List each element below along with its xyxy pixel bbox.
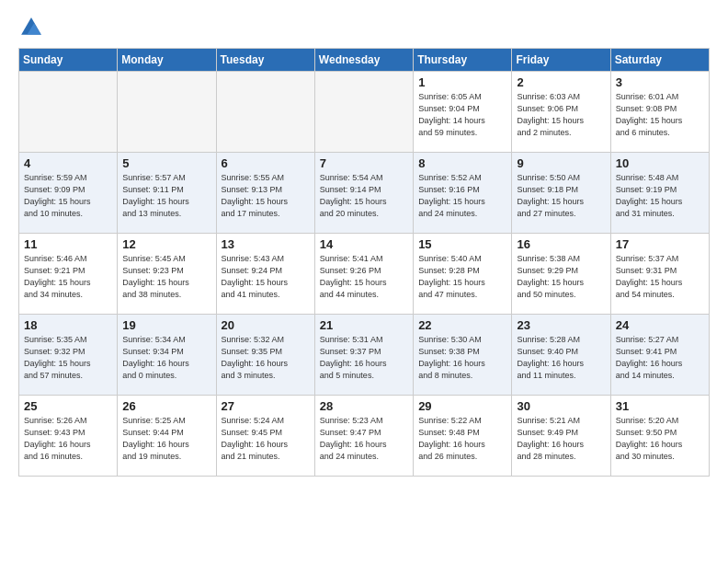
week-row-2: 4Sunrise: 5:59 AM Sunset: 9:09 PM Daylig… [19,153,710,234]
day-cell: 7Sunrise: 5:54 AM Sunset: 9:14 PM Daylig… [314,153,413,234]
day-cell: 12Sunrise: 5:45 AM Sunset: 9:23 PM Dayli… [118,234,216,315]
day-info: Sunrise: 5:24 AM Sunset: 9:45 PM Dayligh… [222,415,310,463]
day-number: 24 [616,318,704,332]
day-cell: 2Sunrise: 6:03 AM Sunset: 9:06 PM Daylig… [512,72,610,153]
day-number: 20 [222,318,310,332]
day-info: Sunrise: 5:20 AM Sunset: 9:50 PM Dayligh… [616,415,704,463]
day-number: 13 [222,237,310,251]
day-cell: 20Sunrise: 5:32 AM Sunset: 9:35 PM Dayli… [216,315,314,396]
day-cell: 24Sunrise: 5:27 AM Sunset: 9:41 PM Dayli… [610,315,709,396]
week-row-4: 18Sunrise: 5:35 AM Sunset: 9:32 PM Dayli… [19,315,710,396]
day-cell: 15Sunrise: 5:40 AM Sunset: 9:28 PM Dayli… [414,234,512,315]
day-cell: 8Sunrise: 5:52 AM Sunset: 9:16 PM Daylig… [414,153,512,234]
day-number: 9 [517,156,605,170]
day-info: Sunrise: 5:25 AM Sunset: 9:44 PM Dayligh… [122,415,210,463]
day-number: 25 [24,399,112,413]
day-info: Sunrise: 5:54 AM Sunset: 9:14 PM Dayligh… [320,172,408,220]
day-number: 29 [418,399,506,413]
day-number: 6 [222,156,310,170]
week-row-5: 25Sunrise: 5:26 AM Sunset: 9:43 PM Dayli… [19,396,710,477]
day-number: 5 [122,156,210,170]
day-number: 28 [320,399,408,413]
day-cell: 27Sunrise: 5:24 AM Sunset: 9:45 PM Dayli… [216,396,314,477]
day-info: Sunrise: 5:50 AM Sunset: 9:18 PM Dayligh… [517,172,605,220]
day-number: 18 [24,318,112,332]
day-info: Sunrise: 6:03 AM Sunset: 9:06 PM Dayligh… [517,91,605,139]
day-number: 15 [418,237,506,251]
day-cell: 17Sunrise: 5:37 AM Sunset: 9:31 PM Dayli… [610,234,709,315]
day-info: Sunrise: 5:23 AM Sunset: 9:47 PM Dayligh… [320,415,408,463]
day-number: 8 [418,156,506,170]
col-header-monday: Monday [118,49,216,72]
day-info: Sunrise: 5:35 AM Sunset: 9:32 PM Dayligh… [24,334,112,382]
day-info: Sunrise: 5:48 AM Sunset: 9:19 PM Dayligh… [616,172,704,220]
day-cell: 16Sunrise: 5:38 AM Sunset: 9:29 PM Dayli… [512,234,610,315]
day-info: Sunrise: 6:01 AM Sunset: 9:08 PM Dayligh… [616,91,704,139]
day-number: 27 [222,399,310,413]
day-cell: 19Sunrise: 5:34 AM Sunset: 9:34 PM Dayli… [118,315,216,396]
day-number: 2 [517,75,605,89]
day-number: 26 [122,399,210,413]
day-cell: 29Sunrise: 5:22 AM Sunset: 9:48 PM Dayli… [414,396,512,477]
day-info: Sunrise: 5:32 AM Sunset: 9:35 PM Dayligh… [222,334,310,382]
col-header-sunday: Sunday [19,49,118,72]
day-number: 1 [418,75,506,89]
day-cell: 1Sunrise: 6:05 AM Sunset: 9:04 PM Daylig… [414,72,512,153]
day-info: Sunrise: 5:38 AM Sunset: 9:29 PM Dayligh… [517,253,605,301]
day-number: 7 [320,156,408,170]
day-cell: 13Sunrise: 5:43 AM Sunset: 9:24 PM Dayli… [216,234,314,315]
day-cell: 18Sunrise: 5:35 AM Sunset: 9:32 PM Dayli… [19,315,118,396]
day-cell: 21Sunrise: 5:31 AM Sunset: 9:37 PM Dayli… [314,315,413,396]
day-number: 19 [122,318,210,332]
day-number: 17 [616,237,704,251]
day-number: 21 [320,318,408,332]
day-cell: 30Sunrise: 5:21 AM Sunset: 9:49 PM Dayli… [512,396,610,477]
day-number: 10 [616,156,704,170]
day-number: 4 [24,156,112,170]
day-number: 14 [320,237,408,251]
day-cell [314,72,413,153]
day-info: Sunrise: 5:28 AM Sunset: 9:40 PM Dayligh… [517,334,605,382]
header [18,15,710,40]
logo-icon [18,15,44,40]
calendar-table: SundayMondayTuesdayWednesdayThursdayFrid… [18,48,710,477]
week-row-3: 11Sunrise: 5:46 AM Sunset: 9:21 PM Dayli… [19,234,710,315]
col-header-tuesday: Tuesday [216,49,314,72]
day-number: 22 [418,318,506,332]
day-info: Sunrise: 5:26 AM Sunset: 9:43 PM Dayligh… [24,415,112,463]
day-cell: 3Sunrise: 6:01 AM Sunset: 9:08 PM Daylig… [610,72,709,153]
day-cell: 6Sunrise: 5:55 AM Sunset: 9:13 PM Daylig… [216,153,314,234]
day-info: Sunrise: 5:21 AM Sunset: 9:49 PM Dayligh… [517,415,605,463]
col-header-friday: Friday [512,49,610,72]
day-info: Sunrise: 5:43 AM Sunset: 9:24 PM Dayligh… [222,253,310,301]
day-number: 23 [517,318,605,332]
day-info: Sunrise: 5:27 AM Sunset: 9:41 PM Dayligh… [616,334,704,382]
day-info: Sunrise: 5:22 AM Sunset: 9:48 PM Dayligh… [418,415,506,463]
day-cell: 4Sunrise: 5:59 AM Sunset: 9:09 PM Daylig… [19,153,118,234]
day-cell: 10Sunrise: 5:48 AM Sunset: 9:19 PM Dayli… [610,153,709,234]
day-info: Sunrise: 5:55 AM Sunset: 9:13 PM Dayligh… [222,172,310,220]
day-number: 31 [616,399,704,413]
day-cell: 31Sunrise: 5:20 AM Sunset: 9:50 PM Dayli… [610,396,709,477]
header-row: SundayMondayTuesdayWednesdayThursdayFrid… [19,49,710,72]
day-cell: 5Sunrise: 5:57 AM Sunset: 9:11 PM Daylig… [118,153,216,234]
logo [18,15,48,40]
day-number: 3 [616,75,704,89]
day-info: Sunrise: 5:41 AM Sunset: 9:26 PM Dayligh… [320,253,408,301]
col-header-wednesday: Wednesday [314,49,413,72]
day-cell: 26Sunrise: 5:25 AM Sunset: 9:44 PM Dayli… [118,396,216,477]
day-cell: 23Sunrise: 5:28 AM Sunset: 9:40 PM Dayli… [512,315,610,396]
day-cell: 14Sunrise: 5:41 AM Sunset: 9:26 PM Dayli… [314,234,413,315]
day-info: Sunrise: 6:05 AM Sunset: 9:04 PM Dayligh… [418,91,506,139]
col-header-thursday: Thursday [414,49,512,72]
day-info: Sunrise: 5:46 AM Sunset: 9:21 PM Dayligh… [24,253,112,301]
day-number: 12 [122,237,210,251]
day-cell [118,72,216,153]
day-info: Sunrise: 5:34 AM Sunset: 9:34 PM Dayligh… [122,334,210,382]
day-info: Sunrise: 5:37 AM Sunset: 9:31 PM Dayligh… [616,253,704,301]
day-number: 16 [517,237,605,251]
day-info: Sunrise: 5:45 AM Sunset: 9:23 PM Dayligh… [122,253,210,301]
day-info: Sunrise: 5:31 AM Sunset: 9:37 PM Dayligh… [320,334,408,382]
day-info: Sunrise: 5:52 AM Sunset: 9:16 PM Dayligh… [418,172,506,220]
day-cell: 11Sunrise: 5:46 AM Sunset: 9:21 PM Dayli… [19,234,118,315]
